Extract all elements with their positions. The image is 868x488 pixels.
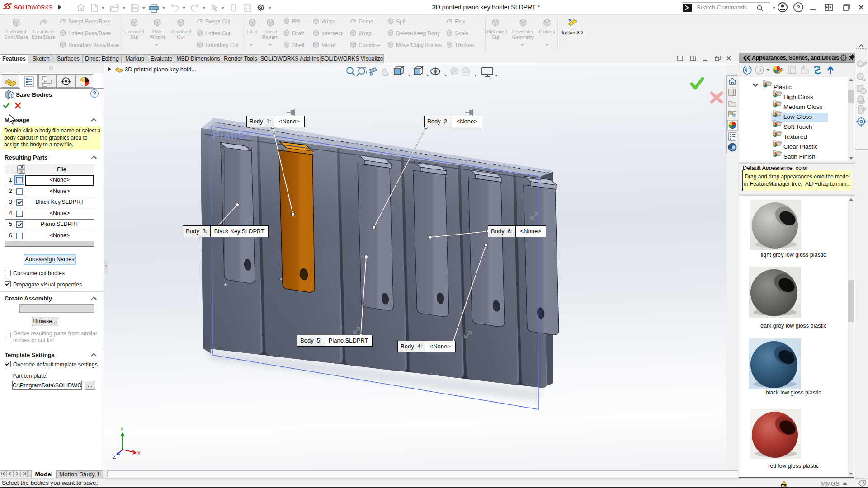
svg-text:High Gloss: High Gloss [783, 94, 813, 100]
svg-text:*: * [224, 282, 227, 289]
svg-text:*: * [280, 276, 283, 284]
svg-text:*: * [377, 63, 380, 65]
svg-text:Textured: Textured [783, 133, 807, 140]
svg-text:Satin Finish: Satin Finish [783, 153, 816, 160]
svg-text:Plane1: Plane1 [212, 129, 251, 141]
svg-text:Plastic: Plastic [774, 84, 792, 90]
svg-text:Z: Z [113, 455, 116, 460]
svg-text:X: X [137, 451, 141, 456]
svg-text:?: ? [797, 4, 800, 11]
svg-text:SOLIDWORKS: SOLIDWORKS [14, 5, 52, 11]
svg-text:Medium Gloss: Medium Gloss [783, 103, 823, 110]
svg-text:Clear Plastic: Clear Plastic [783, 143, 818, 150]
svg-text:Y: Y [120, 427, 123, 432]
svg-text:Low Gloss: Low Gloss [783, 113, 812, 120]
svg-text:Soft Touch: Soft Touch [783, 123, 812, 130]
